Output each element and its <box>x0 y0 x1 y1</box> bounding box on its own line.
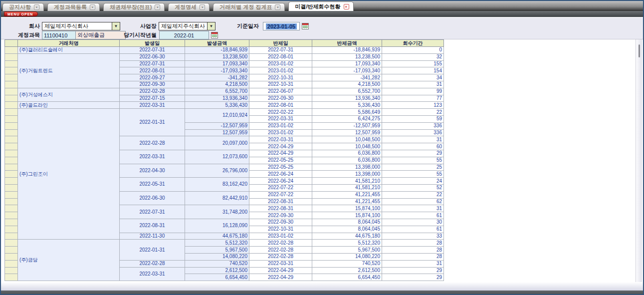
column-header[interactable]: 발생금액 <box>185 40 249 47</box>
settlement-date-cell[interactable]: 2022-09-30 <box>249 95 312 102</box>
settlement-date-cell[interactable]: 2023-01-02 <box>249 122 312 129</box>
settlement-date-cell[interactable]: 2022-09-30 <box>249 219 312 226</box>
customer-name-cell[interactable]: (주)그린조이 <box>18 109 120 240</box>
collection-days-cell[interactable]: 59 <box>382 115 444 122</box>
occurrence-date-cell[interactable]: 2022-07-31 <box>120 60 185 67</box>
row-selector-cell[interactable] <box>5 95 18 102</box>
collection-days-cell[interactable]: 60 <box>382 143 444 150</box>
occurrence-amount-cell[interactable]: 12,507,959 <box>185 129 249 136</box>
account-name-input[interactable]: 외상매출금 <box>75 31 126 39</box>
settlement-amount-cell[interactable]: 41,221,455 <box>312 191 382 198</box>
tab-close-icon[interactable]: ✕ <box>90 4 95 10</box>
row-selector-cell[interactable] <box>5 267 18 274</box>
tab-notice[interactable]: 공지사항✕ <box>2 3 44 11</box>
occurrence-date-cell[interactable]: 2022-04-30 <box>120 164 185 178</box>
settlement-date-cell[interactable]: 2022-07-31 <box>249 47 312 54</box>
collection-days-cell[interactable]: 99 <box>382 88 444 95</box>
grid-row[interactable]: (주)거성에스지2022-02-286,552,7002022-06-076,5… <box>5 88 444 95</box>
calendar-icon[interactable] <box>302 22 309 29</box>
collection-days-cell[interactable]: 55 <box>382 171 444 178</box>
settlement-amount-cell[interactable]: 44,675,180 <box>312 233 382 240</box>
settlement-date-cell[interactable]: 2022-04-29 <box>249 143 312 150</box>
row-selector-cell[interactable] <box>5 260 18 267</box>
row-selector-header[interactable] <box>5 40 18 47</box>
occurrence-date-cell[interactable]: 2022-01-31 <box>120 240 185 260</box>
occurrence-date-cell[interactable]: 2022-02-28 <box>120 260 185 267</box>
row-selector-cell[interactable] <box>5 233 18 240</box>
row-selector-cell[interactable] <box>5 109 18 116</box>
settlement-amount-cell[interactable]: 6,654,450 <box>312 274 382 281</box>
settlement-date-cell[interactable]: 2022-02-28 <box>249 247 312 254</box>
occurrence-date-cell[interactable]: 2022-06-30 <box>120 53 185 60</box>
period-start-input[interactable]: 2022-01 <box>159 31 209 39</box>
tab-account-register[interactable]: 계정과목등록✕ <box>47 3 100 11</box>
row-selector-cell[interactable] <box>5 171 18 178</box>
collection-days-cell[interactable]: 31 <box>382 81 444 88</box>
occurrence-amount-cell[interactable]: 20,097,000 <box>185 136 249 150</box>
settlement-date-cell[interactable]: 2022-03-31 <box>249 136 312 143</box>
settlement-date-cell[interactable]: 2022-08-01 <box>249 102 312 109</box>
settlement-date-cell[interactable]: 2022-07-22 <box>249 191 312 198</box>
settlement-amount-cell[interactable]: 6,552,700 <box>312 88 382 95</box>
row-selector-cell[interactable] <box>5 274 18 281</box>
row-selector-cell[interactable] <box>5 150 18 157</box>
row-selector-cell[interactable] <box>5 198 18 205</box>
settlement-date-cell[interactable]: 2022-06-24 <box>249 178 312 185</box>
row-selector-cell[interactable] <box>5 240 18 247</box>
customer-name-cell[interactable]: (주)금담 <box>18 240 120 281</box>
row-selector-cell[interactable] <box>5 247 18 254</box>
settlement-date-cell[interactable]: 2022-06-07 <box>249 88 312 95</box>
collection-days-cell[interactable]: 25 <box>382 164 444 171</box>
settlement-amount-cell[interactable]: 8,064,045 <box>312 219 382 226</box>
horizontal-scrollbar[interactable] <box>1 282 643 291</box>
occurrence-amount-cell[interactable]: 6,654,450 <box>185 274 249 281</box>
settlement-date-cell[interactable]: 2022-02-28 <box>249 240 312 247</box>
occurrence-amount-cell[interactable]: 31,748,200 <box>185 205 249 219</box>
collection-days-cell[interactable]: 32 <box>382 53 444 60</box>
column-header[interactable]: 회수기간 <box>382 40 444 47</box>
tab-close-icon[interactable]: ✕ <box>155 4 160 10</box>
base-date-input[interactable]: 2023-01-05 <box>263 22 300 30</box>
row-selector-cell[interactable] <box>5 157 18 164</box>
collection-days-cell[interactable]: 29 <box>382 267 444 274</box>
settlement-amount-cell[interactable]: 13,398,000 <box>312 171 382 178</box>
settlement-amount-cell[interactable]: 13,936,340 <box>312 95 382 102</box>
collection-days-cell[interactable]: 29 <box>382 150 444 157</box>
settlement-amount-cell[interactable]: 4,218,500 <box>312 81 382 88</box>
row-selector-cell[interactable] <box>5 164 18 171</box>
tab-open-settlement-status[interactable]: 미결/반제회수현황✕ <box>288 1 353 11</box>
occurrence-date-cell[interactable]: 2022-03-31 <box>120 150 185 164</box>
occurrence-date-cell[interactable]: 2022-09-30 <box>120 81 185 88</box>
tab-close-icon[interactable]: ✕ <box>200 4 205 10</box>
chevron-down-icon[interactable]: ▼ <box>207 22 215 30</box>
chevron-down-icon[interactable]: ▼ <box>112 22 120 30</box>
settlement-date-cell[interactable]: 2022-08-31 <box>249 205 312 212</box>
tab-close-icon[interactable]: ✕ <box>34 4 39 10</box>
tab-customer-account-summary[interactable]: 거래처별 계정 집계표✕ <box>213 3 285 11</box>
column-header[interactable]: 발생일 <box>120 40 185 47</box>
column-header[interactable]: 반제금액 <box>312 40 382 47</box>
row-selector-cell[interactable] <box>5 81 18 88</box>
occurrence-date-cell[interactable]: 2022-08-31 <box>120 219 185 233</box>
row-selector-cell[interactable] <box>5 102 18 109</box>
row-selector-cell[interactable] <box>5 212 18 219</box>
settlement-date-cell[interactable]: 2022-10-31 <box>249 81 312 88</box>
tab-close-icon[interactable]: ✕ <box>275 4 280 10</box>
occurrence-date-cell[interactable]: 2022-03-31 <box>120 102 185 109</box>
collection-days-cell[interactable]: 0 <box>382 47 444 54</box>
collection-days-cell[interactable]: 52 <box>382 184 444 191</box>
settlement-amount-cell[interactable]: 41,221,455 <box>312 198 382 205</box>
occurrence-amount-cell[interactable]: -18,846,939 <box>185 47 249 54</box>
collection-days-cell[interactable]: 154 <box>382 67 444 74</box>
collection-days-cell[interactable]: 28 <box>382 240 444 247</box>
collection-days-cell[interactable]: 55 <box>382 157 444 164</box>
settlement-amount-cell[interactable]: 13,398,000 <box>312 164 382 171</box>
settlement-date-cell[interactable]: 2022-05-25 <box>249 157 312 164</box>
settlement-date-cell[interactable]: 2022-04-29 <box>249 150 312 157</box>
row-selector-cell[interactable] <box>5 191 18 198</box>
settlement-date-cell[interactable]: 2022-08-31 <box>249 198 312 205</box>
collection-days-cell[interactable]: 62 <box>382 198 444 205</box>
occurrence-date-cell[interactable]: 2022-05-31 <box>120 178 185 192</box>
occurrence-amount-cell[interactable]: 26,796,000 <box>185 164 249 178</box>
occurrence-amount-cell[interactable]: 82,442,910 <box>185 191 249 205</box>
